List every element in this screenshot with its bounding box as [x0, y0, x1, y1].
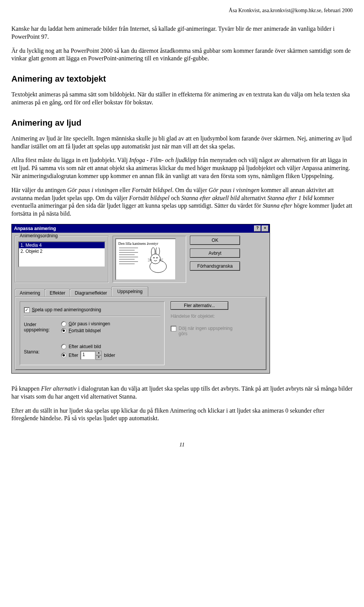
checkbox-hide-label: Dölj när ingen uppspelning görs [179, 326, 235, 336]
paragraph-text-animation: Textobjekt animeras på samma sätt som bi… [11, 91, 353, 107]
label-object-event: Händelse för objektet: [171, 314, 262, 319]
page-number: 11 [11, 441, 353, 448]
checkbox-play-with-order[interactable] [24, 307, 30, 313]
animation-order-list[interactable]: 1. Media 4 2. Objekt 2 [18, 241, 105, 267]
heading-text-animation: Animering av textobjekt [11, 74, 353, 84]
ok-button[interactable]: OK [190, 236, 240, 245]
paragraph-intro-2: Är du lycklig nog att ha PowerPoint 2000… [11, 47, 353, 63]
radio-after-current[interactable] [61, 344, 66, 349]
preview-slide-title: Den lilla kaninens äventyr [118, 241, 173, 246]
tab-diagrameffekter[interactable]: Diagrameffekter [70, 289, 112, 297]
spin-after-value[interactable]: 1 [80, 351, 96, 360]
heading-sound-animation: Animering av ljud [11, 118, 353, 128]
label-stop: Stanna: [24, 349, 58, 355]
paragraph-sound-2: Allra först måste du lägga in ett ljudob… [11, 156, 353, 180]
radio-after-label: Efter [69, 353, 78, 358]
label-during-playback: Under uppspelning: [24, 322, 58, 333]
paragraph-sound-3: Här väljer du antingen Gör paus i visnin… [11, 186, 353, 218]
checkbox-play-with-order-label: Spela upp med animeringsordning [32, 307, 101, 312]
spin-down-icon[interactable]: ▼ [96, 355, 102, 360]
svg-point-3 [151, 254, 160, 264]
label-slides: bilder [104, 353, 115, 358]
tab-animering[interactable]: Animering [15, 289, 45, 297]
preview-pane: Den lilla kaninens äventyr [115, 238, 176, 280]
checkbox-hide-when-not-playing[interactable] [171, 326, 176, 331]
radio-continue-label: Fortsätt bildspel [69, 328, 101, 333]
svg-point-5 [157, 257, 158, 258]
tab-panel-uppspelning: Spela upp med animeringsordning Under up… [15, 296, 267, 370]
dialog-anpassa-animering: Anpassa animering ? × Animeringsordning … [11, 224, 270, 374]
tab-uppspelning[interactable]: Uppspelning [111, 287, 148, 296]
radio-pause-label: Gör paus i visningen [69, 321, 110, 326]
list-item[interactable]: 1. Media 4 [19, 242, 105, 248]
page-header: Åsa Kronkvist, asa.kronkvist@komp.hkr.se… [11, 8, 353, 14]
radio-after-current-label: Efter aktuell bild [69, 344, 101, 349]
close-icon[interactable]: × [262, 225, 268, 232]
paragraph-sound-1: Animering av ljud är lite speciellt. Ing… [11, 135, 353, 151]
paragraph-more-options: På knappen Fler alternativ i dialogrutan… [11, 385, 353, 401]
radio-after-n[interactable] [61, 353, 66, 358]
more-options-button[interactable]: Fler alternativ... [171, 301, 228, 310]
cancel-button[interactable]: Avbryt [190, 249, 240, 258]
tab-effekter[interactable]: Effekter [45, 289, 70, 297]
svg-point-4 [154, 257, 155, 258]
dialog-titlebar: Anpassa animering ? × [12, 224, 270, 233]
paragraph-intro-1: Kanske har du laddat hem animerade bilde… [11, 25, 353, 41]
tab-bar: Animering Effekter Diagrameffekter Uppsp… [15, 287, 267, 296]
paragraph-final: Efter att du ställt in hur ljudet ska sp… [11, 407, 353, 423]
radio-continue[interactable] [61, 328, 66, 333]
radio-pause[interactable] [61, 321, 66, 326]
group-animation-order-label: Animeringsordning [18, 233, 59, 238]
preview-button[interactable]: Förhandsgranska [190, 262, 240, 271]
help-icon[interactable]: ? [254, 225, 261, 232]
spin-up-icon[interactable]: ▲ [96, 351, 102, 355]
list-item[interactable]: 2. Objekt 2 [19, 248, 105, 254]
dialog-title: Anpassa animering [14, 226, 56, 231]
bunny-icon [145, 248, 171, 274]
